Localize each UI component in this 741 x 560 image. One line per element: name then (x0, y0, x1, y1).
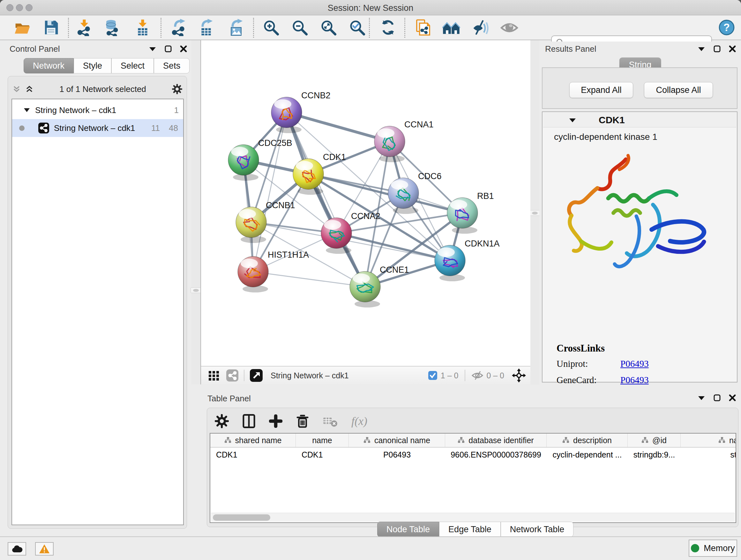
zoom-out-button[interactable] (291, 18, 309, 37)
node-CCNA2[interactable] (321, 218, 352, 254)
column-header--id[interactable]: @id (628, 434, 681, 447)
gear-icon[interactable] (172, 84, 182, 94)
import-network-database-button[interactable] (103, 18, 121, 37)
edge-CCNB2-CCNE1[interactable] (286, 112, 365, 287)
cloud-button[interactable] (8, 542, 26, 556)
function-builder-button[interactable]: f(x) (351, 415, 367, 428)
show-all-button[interactable] (500, 18, 518, 37)
network-row[interactable]: String Network – cdk1 11 48 (12, 119, 183, 137)
cell-name[interactable]: CDK1 (296, 448, 349, 462)
delete-column-icon[interactable] (296, 414, 309, 428)
column-header-shared-name[interactable]: shared name (210, 434, 296, 447)
delete-table-icon[interactable] (323, 415, 338, 428)
save-session-button[interactable] (42, 18, 60, 37)
cell-shared-name[interactable]: CDK1 (210, 448, 296, 462)
node-CDKN1A[interactable] (434, 245, 465, 281)
cell--id[interactable]: stringdb:9... (628, 448, 681, 462)
birds-eye-grid-icon[interactable] (207, 369, 220, 382)
cell-canonical-name[interactable]: P06493 (349, 448, 445, 462)
tab-style[interactable]: Style (74, 58, 111, 73)
open-in-window-icon[interactable] (250, 369, 263, 382)
float-panel-icon[interactable] (714, 45, 721, 52)
network-overview-icon[interactable] (226, 369, 239, 382)
tab-network-table[interactable]: Network Table (501, 522, 574, 537)
first-neighbors-button[interactable] (442, 18, 460, 37)
collapse-all-icon[interactable] (12, 85, 21, 93)
close-panel-icon[interactable] (180, 45, 187, 52)
tab-node-table[interactable]: Node Table (377, 522, 439, 537)
column-header-database-identifier[interactable]: database identifier (445, 434, 547, 447)
left-splitter-handle[interactable] (191, 287, 201, 293)
node-CDK1[interactable] (293, 159, 324, 195)
crosslink-value-link[interactable]: P06493 (620, 375, 649, 385)
column-header-description[interactable]: description (547, 434, 628, 447)
expand-all-icon[interactable] (25, 85, 33, 93)
edge-HIST1H1A-CCNE1[interactable] (253, 272, 365, 287)
section-collapse-icon[interactable] (569, 117, 576, 123)
open-file-button[interactable] (13, 18, 31, 37)
float-panel-icon[interactable] (165, 45, 172, 52)
column-header-namespace[interactable]: namespace (681, 434, 736, 447)
table-row[interactable]: CDK1CDK1P064939606.ENSP00000378699cyclin… (210, 448, 736, 462)
expand-all-button[interactable]: Expand All (569, 82, 633, 98)
memory-button[interactable]: Memory (689, 540, 737, 557)
node-HIST1H1A[interactable] (238, 256, 268, 293)
tab-sets[interactable]: Sets (154, 58, 190, 73)
crosslink-value-link[interactable]: P06493 (620, 359, 649, 369)
control-panel: Control Panel NetworkStyleSelectSets 1 o… (3, 42, 192, 531)
crosslink-row: Uniprot:P06493 (556, 359, 715, 369)
cell-description[interactable]: cyclin-dependent ... (547, 448, 628, 462)
selected-checkbox-icon[interactable] (428, 371, 437, 380)
pan-crosshair-icon[interactable] (512, 368, 526, 382)
export-table-button[interactable] (197, 18, 215, 37)
gene-section-header[interactable]: CDK1 (543, 113, 736, 127)
close-panel-icon[interactable] (729, 394, 736, 401)
tab-edge-table[interactable]: Edge Table (439, 522, 501, 537)
network-collection-row[interactable]: String Network – cdk1 1 (12, 102, 183, 118)
hide-selected-button[interactable] (472, 18, 489, 37)
clone-network-button[interactable] (414, 18, 432, 37)
help-button[interactable]: ? (718, 18, 736, 37)
edge-CCNB2-HIST1H1A[interactable] (253, 112, 286, 272)
toolbar-separator (404, 18, 405, 38)
export-network-button[interactable] (170, 18, 188, 37)
float-panel-icon[interactable] (714, 394, 721, 401)
node-CCNB2[interactable] (271, 97, 302, 133)
cell-namespace[interactable]: stringdb (681, 448, 736, 462)
zoom-in-button[interactable] (262, 18, 280, 37)
tab-network[interactable]: Network (23, 58, 74, 73)
column-header-name[interactable]: name (296, 434, 349, 447)
node-label-CCNA1: CCNA1 (404, 120, 434, 129)
tab-select[interactable]: Select (111, 58, 154, 73)
crosslinks-title: CrossLinks (556, 343, 715, 354)
node-CCNA1[interactable] (374, 126, 405, 162)
left-splitter[interactable] (192, 40, 200, 384)
close-panel-icon[interactable] (729, 45, 736, 52)
zoom-selected-button[interactable] (348, 18, 366, 37)
cell-database-identifier[interactable]: 9606.ENSP00000378699 (445, 448, 547, 462)
column-header-canonical-name[interactable]: canonical name (349, 434, 445, 447)
node-CDC25B[interactable] (228, 145, 259, 181)
warnings-button[interactable] (35, 542, 54, 556)
import-table-file-button[interactable] (134, 18, 151, 37)
collapse-panel-icon[interactable] (149, 46, 156, 52)
right-splitter-handle[interactable] (529, 210, 540, 216)
add-column-icon[interactable] (269, 415, 282, 428)
node-CCNB1[interactable] (236, 207, 266, 243)
collapse-panel-icon[interactable] (697, 46, 705, 52)
gear-icon[interactable] (215, 414, 229, 428)
tree-expand-icon[interactable] (23, 108, 30, 113)
node-RB1[interactable] (447, 198, 478, 234)
show-columns-icon[interactable] (242, 414, 256, 428)
refresh-button[interactable] (379, 18, 397, 37)
network-canvas[interactable]: CCNB2CCNA1CDC25BCDK1CDC6RB1CCNB1CCNA2CDK… (201, 40, 530, 365)
crosslink-row: GeneCard:P06493 (556, 375, 715, 385)
node-CCNE1[interactable] (350, 271, 381, 307)
collapse-all-button[interactable]: Collapse All (644, 82, 713, 98)
scrollbar-thumb[interactable] (213, 514, 270, 521)
import-network-file-button[interactable] (75, 18, 93, 37)
export-image-button[interactable] (227, 18, 245, 37)
horizontal-scrollbar[interactable] (211, 513, 735, 522)
collapse-panel-icon[interactable] (697, 395, 705, 401)
zoom-fit-button[interactable] (320, 18, 337, 37)
